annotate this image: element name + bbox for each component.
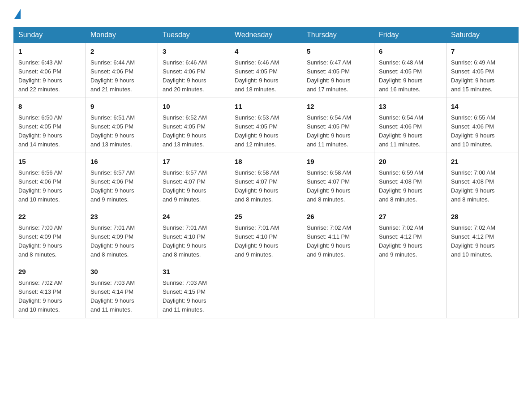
day-number: 30 xyxy=(90,267,153,277)
day-info: Sunrise: 6:57 AMSunset: 4:07 PMDaylight:… xyxy=(163,168,225,205)
day-info: Sunrise: 6:47 AMSunset: 4:05 PMDaylight:… xyxy=(307,58,369,94)
day-number: 2 xyxy=(90,47,153,57)
calendar-cell xyxy=(230,263,302,318)
header-wednesday: Wednesday xyxy=(230,27,302,43)
calendar-cell: 11Sunrise: 6:53 AMSunset: 4:05 PMDayligh… xyxy=(230,98,302,153)
calendar-header-row: SundayMondayTuesdayWednesdayThursdayFrid… xyxy=(14,27,519,43)
calendar-cell: 24Sunrise: 7:01 AMSunset: 4:10 PMDayligh… xyxy=(158,208,230,263)
day-number: 9 xyxy=(90,102,153,112)
day-info: Sunrise: 6:44 AMSunset: 4:06 PMDaylight:… xyxy=(90,58,153,94)
day-info: Sunrise: 6:58 AMSunset: 4:07 PMDaylight:… xyxy=(235,168,297,205)
day-info: Sunrise: 6:49 AMSunset: 4:05 PMDaylight:… xyxy=(451,58,514,94)
day-info: Sunrise: 6:46 AMSunset: 4:06 PMDaylight:… xyxy=(163,58,225,94)
day-number: 12 xyxy=(307,102,369,112)
day-info: Sunrise: 6:55 AMSunset: 4:06 PMDaylight:… xyxy=(451,113,514,150)
calendar-cell: 7Sunrise: 6:49 AMSunset: 4:05 PMDaylight… xyxy=(446,43,519,98)
day-number: 25 xyxy=(235,212,297,222)
day-info: Sunrise: 7:02 AMSunset: 4:12 PMDaylight:… xyxy=(451,223,514,260)
day-info: Sunrise: 7:03 AMSunset: 4:15 PMDaylight:… xyxy=(163,278,225,315)
logo-triangle-icon xyxy=(14,9,21,19)
day-number: 11 xyxy=(235,102,297,112)
day-info: Sunrise: 7:02 AMSunset: 4:13 PMDaylight:… xyxy=(18,278,81,315)
day-number: 13 xyxy=(379,102,442,112)
calendar-cell: 10Sunrise: 6:52 AMSunset: 4:05 PMDayligh… xyxy=(158,98,230,153)
day-number: 23 xyxy=(90,212,153,222)
calendar-cell: 3Sunrise: 6:46 AMSunset: 4:06 PMDaylight… xyxy=(158,43,230,98)
day-number: 20 xyxy=(379,157,442,167)
day-info: Sunrise: 6:46 AMSunset: 4:05 PMDaylight:… xyxy=(235,58,297,94)
day-number: 14 xyxy=(451,102,514,112)
day-number: 19 xyxy=(307,157,369,167)
day-number: 15 xyxy=(18,157,81,167)
calendar-cell: 26Sunrise: 7:02 AMSunset: 4:11 PMDayligh… xyxy=(302,208,374,263)
calendar-cell: 29Sunrise: 7:02 AMSunset: 4:13 PMDayligh… xyxy=(14,263,86,318)
day-number: 16 xyxy=(90,157,153,167)
day-number: 22 xyxy=(18,212,81,222)
day-number: 17 xyxy=(163,157,225,167)
day-info: Sunrise: 7:02 AMSunset: 4:12 PMDaylight:… xyxy=(379,223,442,260)
day-number: 1 xyxy=(18,47,81,57)
day-info: Sunrise: 7:01 AMSunset: 4:10 PMDaylight:… xyxy=(235,223,297,260)
day-info: Sunrise: 6:51 AMSunset: 4:05 PMDaylight:… xyxy=(90,113,153,150)
calendar-cell: 12Sunrise: 6:54 AMSunset: 4:05 PMDayligh… xyxy=(302,98,374,153)
calendar-cell: 20Sunrise: 6:59 AMSunset: 4:08 PMDayligh… xyxy=(374,153,446,208)
calendar-week-row: 1Sunrise: 6:43 AMSunset: 4:06 PMDaylight… xyxy=(14,43,519,98)
calendar-cell: 18Sunrise: 6:58 AMSunset: 4:07 PMDayligh… xyxy=(230,153,302,208)
header-friday: Friday xyxy=(374,27,446,43)
day-info: Sunrise: 7:03 AMSunset: 4:14 PMDaylight:… xyxy=(90,278,153,315)
day-number: 4 xyxy=(235,47,297,57)
day-info: Sunrise: 6:43 AMSunset: 4:06 PMDaylight:… xyxy=(18,58,81,94)
calendar-cell: 21Sunrise: 7:00 AMSunset: 4:08 PMDayligh… xyxy=(446,153,519,208)
calendar-cell: 16Sunrise: 6:57 AMSunset: 4:06 PMDayligh… xyxy=(86,153,158,208)
day-number: 6 xyxy=(379,47,442,57)
day-info: Sunrise: 6:57 AMSunset: 4:06 PMDaylight:… xyxy=(90,168,153,205)
page-header xyxy=(13,9,519,18)
calendar-cell: 23Sunrise: 7:01 AMSunset: 4:09 PMDayligh… xyxy=(86,208,158,263)
logo xyxy=(13,9,21,18)
calendar-cell: 15Sunrise: 6:56 AMSunset: 4:06 PMDayligh… xyxy=(14,153,86,208)
calendar-cell: 13Sunrise: 6:54 AMSunset: 4:06 PMDayligh… xyxy=(374,98,446,153)
calendar-cell: 27Sunrise: 7:02 AMSunset: 4:12 PMDayligh… xyxy=(374,208,446,263)
day-info: Sunrise: 7:02 AMSunset: 4:11 PMDaylight:… xyxy=(307,223,369,260)
calendar-week-row: 22Sunrise: 7:00 AMSunset: 4:09 PMDayligh… xyxy=(14,208,519,263)
day-info: Sunrise: 6:54 AMSunset: 4:06 PMDaylight:… xyxy=(379,113,442,150)
calendar-cell: 28Sunrise: 7:02 AMSunset: 4:12 PMDayligh… xyxy=(446,208,519,263)
day-info: Sunrise: 6:56 AMSunset: 4:06 PMDaylight:… xyxy=(18,168,81,205)
calendar-cell: 31Sunrise: 7:03 AMSunset: 4:15 PMDayligh… xyxy=(158,263,230,318)
calendar-cell: 25Sunrise: 7:01 AMSunset: 4:10 PMDayligh… xyxy=(230,208,302,263)
day-number: 10 xyxy=(163,102,225,112)
calendar-cell: 9Sunrise: 6:51 AMSunset: 4:05 PMDaylight… xyxy=(86,98,158,153)
calendar-cell: 6Sunrise: 6:48 AMSunset: 4:05 PMDaylight… xyxy=(374,43,446,98)
day-info: Sunrise: 7:01 AMSunset: 4:09 PMDaylight:… xyxy=(90,223,153,260)
day-info: Sunrise: 6:53 AMSunset: 4:05 PMDaylight:… xyxy=(235,113,297,150)
calendar-cell: 17Sunrise: 6:57 AMSunset: 4:07 PMDayligh… xyxy=(158,153,230,208)
calendar-cell: 8Sunrise: 6:50 AMSunset: 4:05 PMDaylight… xyxy=(14,98,86,153)
day-number: 31 xyxy=(163,267,225,277)
day-number: 18 xyxy=(235,157,297,167)
calendar-cell: 4Sunrise: 6:46 AMSunset: 4:05 PMDaylight… xyxy=(230,43,302,98)
header-saturday: Saturday xyxy=(446,27,519,43)
calendar-week-row: 8Sunrise: 6:50 AMSunset: 4:05 PMDaylight… xyxy=(14,98,519,153)
day-number: 27 xyxy=(379,212,442,222)
calendar-cell: 22Sunrise: 7:00 AMSunset: 4:09 PMDayligh… xyxy=(14,208,86,263)
calendar-cell xyxy=(374,263,446,318)
calendar-cell xyxy=(302,263,374,318)
day-info: Sunrise: 7:00 AMSunset: 4:09 PMDaylight:… xyxy=(18,223,81,260)
calendar-cell: 5Sunrise: 6:47 AMSunset: 4:05 PMDaylight… xyxy=(302,43,374,98)
day-number: 24 xyxy=(163,212,225,222)
day-number: 3 xyxy=(163,47,225,57)
calendar-cell: 30Sunrise: 7:03 AMSunset: 4:14 PMDayligh… xyxy=(86,263,158,318)
day-info: Sunrise: 6:58 AMSunset: 4:07 PMDaylight:… xyxy=(307,168,369,205)
calendar-week-row: 15Sunrise: 6:56 AMSunset: 4:06 PMDayligh… xyxy=(14,153,519,208)
header-tuesday: Tuesday xyxy=(158,27,230,43)
day-number: 28 xyxy=(451,212,514,222)
header-thursday: Thursday xyxy=(302,27,374,43)
day-number: 21 xyxy=(451,157,514,167)
calendar-cell xyxy=(446,263,519,318)
day-info: Sunrise: 7:00 AMSunset: 4:08 PMDaylight:… xyxy=(451,168,514,205)
header-sunday: Sunday xyxy=(14,27,86,43)
calendar-cell: 2Sunrise: 6:44 AMSunset: 4:06 PMDaylight… xyxy=(86,43,158,98)
day-number: 8 xyxy=(18,102,81,112)
calendar-cell: 14Sunrise: 6:55 AMSunset: 4:06 PMDayligh… xyxy=(446,98,519,153)
day-info: Sunrise: 6:48 AMSunset: 4:05 PMDaylight:… xyxy=(379,58,442,94)
